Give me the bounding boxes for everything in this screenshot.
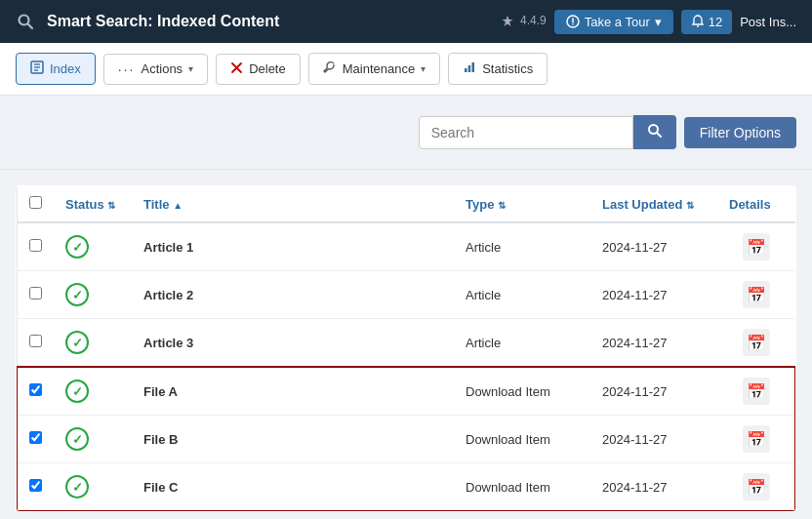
version-badge: 4.4.9 [500, 14, 547, 29]
select-all-checkbox[interactable] [29, 196, 42, 209]
table-row: ✓ File A Download Item 2024-11-27 📅 [17, 367, 795, 416]
svg-rect-12 [465, 68, 467, 72]
row-status-cell: ✓ [54, 463, 132, 512]
row-type: Article [466, 240, 501, 255]
status-check-icon: ✓ [65, 427, 89, 451]
row-type: Download Item [466, 480, 550, 495]
row-type-cell: Download Item [454, 367, 590, 416]
table-row: ✓ File C Download Item 2024-11-27 📅 [17, 463, 795, 512]
row-date: 2024-11-27 [602, 480, 668, 495]
search-topbar-icon [16, 12, 35, 31]
row-details-cell: 📅 [717, 463, 795, 512]
row-date-cell: 2024-11-27 [590, 271, 717, 319]
row-date: 2024-11-27 [602, 384, 668, 399]
row-date: 2024-11-27 [602, 432, 668, 447]
maintenance-label: Maintenance [343, 61, 415, 76]
row-type-cell: Article [454, 222, 590, 271]
index-button[interactable]: Index [16, 53, 96, 85]
index-label: Index [50, 61, 81, 76]
row-checkbox[interactable] [29, 239, 42, 252]
row-type: Article [466, 336, 501, 350]
svg-line-1 [28, 24, 33, 29]
row-checkbox[interactable] [29, 335, 42, 347]
row-type-cell: Article [454, 271, 590, 319]
row-date-cell: 2024-11-27 [590, 222, 717, 271]
row-details-cell: 📅 [717, 222, 795, 271]
delete-button[interactable]: Delete [216, 54, 301, 85]
table-row: ✓ Article 2 Article 2024-11-27 📅 [17, 271, 795, 319]
index-icon [30, 60, 44, 77]
row-checkbox[interactable] [29, 479, 42, 492]
statistics-label: Statistics [482, 61, 533, 76]
details-calendar-icon[interactable]: 📅 [743, 281, 770, 308]
row-status-cell: ✓ [54, 367, 132, 416]
row-title-cell: File A [132, 367, 454, 416]
table-row: ✓ File B Download Item 2024-11-27 📅 [17, 416, 795, 463]
status-check-icon: ✓ [65, 331, 89, 354]
col-type[interactable]: Type ⇅ [454, 186, 590, 223]
row-date-cell: 2024-11-27 [590, 463, 717, 512]
details-calendar-icon[interactable]: 📅 [743, 473, 770, 500]
post-install-button[interactable]: Post Ins... [740, 15, 796, 29]
row-checkbox-cell [17, 271, 54, 319]
topbar: Smart Search: Indexed Content 4.4.9 Take… [0, 0, 812, 43]
delete-icon [230, 61, 243, 77]
row-checkbox-cell [17, 463, 54, 512]
col-status[interactable]: Status ⇅ [54, 186, 132, 223]
row-title: Article 3 [143, 336, 193, 350]
details-calendar-icon[interactable]: 📅 [743, 425, 770, 453]
details-calendar-icon[interactable]: 📅 [743, 233, 770, 260]
row-title: Article 1 [143, 240, 193, 255]
row-status-cell: ✓ [54, 416, 132, 463]
row-checkbox[interactable] [29, 431, 42, 444]
row-checkbox-cell [17, 416, 54, 463]
notification-button[interactable]: 12 [681, 10, 732, 34]
search-area: Filter Options [0, 96, 812, 170]
row-details-cell: 📅 [717, 416, 795, 463]
row-type-cell: Download Item [454, 463, 590, 512]
details-calendar-icon[interactable]: 📅 [743, 378, 770, 405]
col-last-updated[interactable]: Last Updated ⇅ [590, 186, 717, 223]
search-input[interactable] [419, 116, 633, 149]
maintenance-button[interactable]: Maintenance ▾ [308, 53, 440, 85]
table-row: ✓ Article 3 Article 2024-11-27 📅 [17, 319, 795, 368]
status-check-icon: ✓ [65, 475, 89, 499]
row-title: File A [143, 384, 178, 399]
table-row: ✓ Article 1 Article 2024-11-27 📅 [17, 222, 795, 271]
row-date-cell: 2024-11-27 [590, 319, 717, 368]
actions-label: Actions [141, 61, 183, 76]
row-type: Article [466, 288, 501, 302]
row-status-cell: ✓ [54, 222, 132, 271]
row-date-cell: 2024-11-27 [590, 416, 717, 463]
statistics-button[interactable]: Statistics [448, 53, 548, 85]
status-check-icon: ✓ [65, 235, 89, 259]
content-table: Status ⇅ Title ▲ Type ⇅ Last Updated ⇅ D… [16, 185, 796, 512]
filter-options-button[interactable]: Filter Options [684, 117, 796, 148]
row-title-cell: Article 2 [132, 271, 454, 319]
col-title[interactable]: Title ▲ [132, 186, 454, 223]
row-title-cell: Article 1 [132, 222, 454, 271]
page-title: Smart Search: Indexed Content [47, 13, 488, 30]
row-checkbox[interactable] [29, 383, 42, 396]
row-details-cell: 📅 [717, 319, 795, 368]
row-type-cell: Article [454, 319, 590, 368]
row-title-cell: File B [132, 416, 454, 463]
notif-count: 12 [709, 15, 722, 29]
col-details: Details [717, 186, 795, 223]
svg-line-16 [657, 133, 661, 137]
maintenance-caret-icon: ▾ [421, 63, 426, 74]
row-checkbox[interactable] [29, 287, 42, 299]
row-date-cell: 2024-11-27 [590, 367, 717, 416]
row-details-cell: 📅 [717, 271, 795, 319]
actions-button[interactable]: ··· Actions ▾ [103, 54, 208, 85]
row-checkbox-cell [17, 319, 54, 368]
details-calendar-icon[interactable]: 📅 [743, 329, 770, 356]
take-a-tour-button[interactable]: Take a Tour ▾ [554, 10, 673, 34]
row-title-cell: Article 3 [132, 319, 454, 368]
tour-caret: ▾ [655, 15, 662, 29]
actions-caret-icon: ▾ [188, 63, 193, 74]
row-type-cell: Download Item [454, 416, 590, 463]
status-check-icon: ✓ [65, 379, 89, 403]
search-go-button[interactable] [633, 115, 676, 149]
status-check-icon: ✓ [65, 283, 89, 306]
